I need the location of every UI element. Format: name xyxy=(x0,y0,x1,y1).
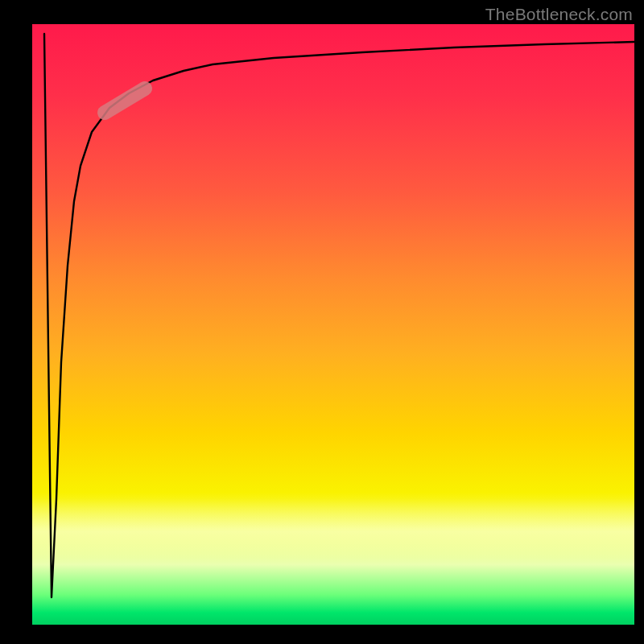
highlight-marker xyxy=(105,89,145,113)
curve-layer xyxy=(32,24,634,625)
chart-frame: TheBottleneck.com xyxy=(0,0,644,644)
curve-path xyxy=(44,34,634,597)
plot-area xyxy=(32,24,634,625)
watermark-text: TheBottleneck.com xyxy=(485,5,633,24)
